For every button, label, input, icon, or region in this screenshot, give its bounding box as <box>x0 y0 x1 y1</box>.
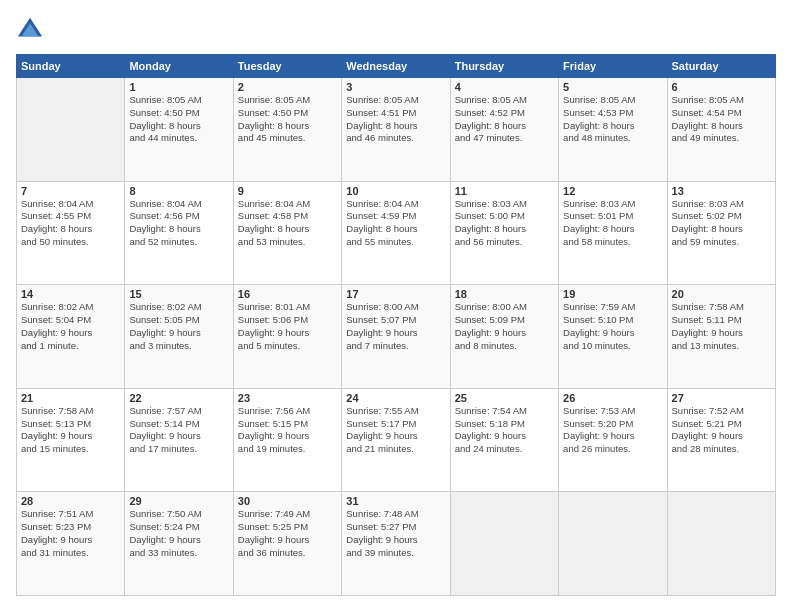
calendar-cell: 31Sunrise: 7:48 AM Sunset: 5:27 PM Dayli… <box>342 492 450 596</box>
weekday-header-cell: Friday <box>559 55 667 78</box>
calendar-cell: 26Sunrise: 7:53 AM Sunset: 5:20 PM Dayli… <box>559 388 667 492</box>
calendar-cell: 12Sunrise: 8:03 AM Sunset: 5:01 PM Dayli… <box>559 181 667 285</box>
day-number: 31 <box>346 495 445 507</box>
day-info: Sunrise: 7:53 AM Sunset: 5:20 PM Dayligh… <box>563 405 662 456</box>
day-number: 26 <box>563 392 662 404</box>
calendar-cell: 15Sunrise: 8:02 AM Sunset: 5:05 PM Dayli… <box>125 285 233 389</box>
day-info: Sunrise: 7:51 AM Sunset: 5:23 PM Dayligh… <box>21 508 120 559</box>
day-info: Sunrise: 8:01 AM Sunset: 5:06 PM Dayligh… <box>238 301 337 352</box>
calendar-cell: 30Sunrise: 7:49 AM Sunset: 5:25 PM Dayli… <box>233 492 341 596</box>
day-info: Sunrise: 8:03 AM Sunset: 5:02 PM Dayligh… <box>672 198 771 249</box>
day-info: Sunrise: 7:58 AM Sunset: 5:13 PM Dayligh… <box>21 405 120 456</box>
day-info: Sunrise: 7:50 AM Sunset: 5:24 PM Dayligh… <box>129 508 228 559</box>
day-number: 21 <box>21 392 120 404</box>
weekday-header-cell: Tuesday <box>233 55 341 78</box>
weekday-header-cell: Saturday <box>667 55 775 78</box>
calendar-cell <box>450 492 558 596</box>
day-number: 13 <box>672 185 771 197</box>
day-info: Sunrise: 8:00 AM Sunset: 5:09 PM Dayligh… <box>455 301 554 352</box>
calendar-cell: 7Sunrise: 8:04 AM Sunset: 4:55 PM Daylig… <box>17 181 125 285</box>
calendar-cell: 1Sunrise: 8:05 AM Sunset: 4:50 PM Daylig… <box>125 78 233 182</box>
day-info: Sunrise: 8:03 AM Sunset: 5:00 PM Dayligh… <box>455 198 554 249</box>
calendar-cell: 8Sunrise: 8:04 AM Sunset: 4:56 PM Daylig… <box>125 181 233 285</box>
day-number: 28 <box>21 495 120 507</box>
day-number: 30 <box>238 495 337 507</box>
page: SundayMondayTuesdayWednesdayThursdayFrid… <box>0 0 792 612</box>
calendar-cell: 9Sunrise: 8:04 AM Sunset: 4:58 PM Daylig… <box>233 181 341 285</box>
calendar-cell: 20Sunrise: 7:58 AM Sunset: 5:11 PM Dayli… <box>667 285 775 389</box>
day-number: 11 <box>455 185 554 197</box>
day-number: 9 <box>238 185 337 197</box>
day-number: 5 <box>563 81 662 93</box>
calendar-cell: 18Sunrise: 8:00 AM Sunset: 5:09 PM Dayli… <box>450 285 558 389</box>
day-number: 12 <box>563 185 662 197</box>
calendar-cell: 21Sunrise: 7:58 AM Sunset: 5:13 PM Dayli… <box>17 388 125 492</box>
day-info: Sunrise: 8:03 AM Sunset: 5:01 PM Dayligh… <box>563 198 662 249</box>
day-info: Sunrise: 8:00 AM Sunset: 5:07 PM Dayligh… <box>346 301 445 352</box>
day-info: Sunrise: 7:49 AM Sunset: 5:25 PM Dayligh… <box>238 508 337 559</box>
day-number: 20 <box>672 288 771 300</box>
day-number: 7 <box>21 185 120 197</box>
day-number: 15 <box>129 288 228 300</box>
logo <box>16 16 48 44</box>
weekday-header-cell: Thursday <box>450 55 558 78</box>
day-number: 27 <box>672 392 771 404</box>
calendar-cell: 28Sunrise: 7:51 AM Sunset: 5:23 PM Dayli… <box>17 492 125 596</box>
calendar-header: SundayMondayTuesdayWednesdayThursdayFrid… <box>17 55 776 78</box>
calendar-cell: 27Sunrise: 7:52 AM Sunset: 5:21 PM Dayli… <box>667 388 775 492</box>
day-info: Sunrise: 8:02 AM Sunset: 5:04 PM Dayligh… <box>21 301 120 352</box>
day-number: 22 <box>129 392 228 404</box>
calendar-cell: 22Sunrise: 7:57 AM Sunset: 5:14 PM Dayli… <box>125 388 233 492</box>
weekday-header-cell: Wednesday <box>342 55 450 78</box>
day-info: Sunrise: 7:48 AM Sunset: 5:27 PM Dayligh… <box>346 508 445 559</box>
calendar-cell <box>667 492 775 596</box>
header <box>16 16 776 44</box>
day-info: Sunrise: 8:05 AM Sunset: 4:54 PM Dayligh… <box>672 94 771 145</box>
calendar-week-row: 7Sunrise: 8:04 AM Sunset: 4:55 PM Daylig… <box>17 181 776 285</box>
day-number: 4 <box>455 81 554 93</box>
day-info: Sunrise: 8:05 AM Sunset: 4:50 PM Dayligh… <box>129 94 228 145</box>
calendar-body: 1Sunrise: 8:05 AM Sunset: 4:50 PM Daylig… <box>17 78 776 596</box>
day-number: 3 <box>346 81 445 93</box>
day-info: Sunrise: 7:52 AM Sunset: 5:21 PM Dayligh… <box>672 405 771 456</box>
calendar-cell: 16Sunrise: 8:01 AM Sunset: 5:06 PM Dayli… <box>233 285 341 389</box>
calendar-cell: 2Sunrise: 8:05 AM Sunset: 4:50 PM Daylig… <box>233 78 341 182</box>
calendar-cell: 11Sunrise: 8:03 AM Sunset: 5:00 PM Dayli… <box>450 181 558 285</box>
day-info: Sunrise: 8:05 AM Sunset: 4:50 PM Dayligh… <box>238 94 337 145</box>
calendar-cell: 13Sunrise: 8:03 AM Sunset: 5:02 PM Dayli… <box>667 181 775 285</box>
day-number: 24 <box>346 392 445 404</box>
calendar-cell: 17Sunrise: 8:00 AM Sunset: 5:07 PM Dayli… <box>342 285 450 389</box>
calendar-cell: 5Sunrise: 8:05 AM Sunset: 4:53 PM Daylig… <box>559 78 667 182</box>
weekday-header-cell: Sunday <box>17 55 125 78</box>
day-number: 14 <box>21 288 120 300</box>
weekday-header-cell: Monday <box>125 55 233 78</box>
day-info: Sunrise: 8:05 AM Sunset: 4:52 PM Dayligh… <box>455 94 554 145</box>
day-number: 19 <box>563 288 662 300</box>
day-info: Sunrise: 7:59 AM Sunset: 5:10 PM Dayligh… <box>563 301 662 352</box>
day-number: 17 <box>346 288 445 300</box>
calendar-cell: 6Sunrise: 8:05 AM Sunset: 4:54 PM Daylig… <box>667 78 775 182</box>
calendar-table: SundayMondayTuesdayWednesdayThursdayFrid… <box>16 54 776 596</box>
day-number: 6 <box>672 81 771 93</box>
day-info: Sunrise: 8:04 AM Sunset: 4:58 PM Dayligh… <box>238 198 337 249</box>
calendar-cell: 29Sunrise: 7:50 AM Sunset: 5:24 PM Dayli… <box>125 492 233 596</box>
day-info: Sunrise: 7:56 AM Sunset: 5:15 PM Dayligh… <box>238 405 337 456</box>
day-info: Sunrise: 8:05 AM Sunset: 4:51 PM Dayligh… <box>346 94 445 145</box>
day-number: 10 <box>346 185 445 197</box>
day-info: Sunrise: 8:02 AM Sunset: 5:05 PM Dayligh… <box>129 301 228 352</box>
calendar-cell <box>559 492 667 596</box>
day-number: 8 <box>129 185 228 197</box>
calendar-cell: 19Sunrise: 7:59 AM Sunset: 5:10 PM Dayli… <box>559 285 667 389</box>
day-number: 16 <box>238 288 337 300</box>
calendar-week-row: 1Sunrise: 8:05 AM Sunset: 4:50 PM Daylig… <box>17 78 776 182</box>
calendar-cell: 14Sunrise: 8:02 AM Sunset: 5:04 PM Dayli… <box>17 285 125 389</box>
day-number: 23 <box>238 392 337 404</box>
calendar-cell: 3Sunrise: 8:05 AM Sunset: 4:51 PM Daylig… <box>342 78 450 182</box>
calendar-cell: 4Sunrise: 8:05 AM Sunset: 4:52 PM Daylig… <box>450 78 558 182</box>
day-info: Sunrise: 7:54 AM Sunset: 5:18 PM Dayligh… <box>455 405 554 456</box>
day-number: 2 <box>238 81 337 93</box>
day-number: 18 <box>455 288 554 300</box>
day-number: 29 <box>129 495 228 507</box>
calendar-week-row: 21Sunrise: 7:58 AM Sunset: 5:13 PM Dayli… <box>17 388 776 492</box>
calendar-cell: 24Sunrise: 7:55 AM Sunset: 5:17 PM Dayli… <box>342 388 450 492</box>
